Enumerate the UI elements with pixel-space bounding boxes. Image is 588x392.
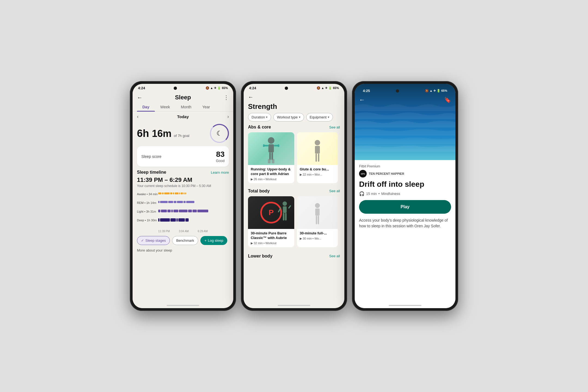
workout-card-3[interactable]: P — [248, 196, 294, 247]
awake-bar-area — [158, 192, 229, 196]
sleep-score-value: 83 Good — [216, 150, 225, 163]
camera-1 — [174, 87, 177, 90]
status-time-3: 4:25 — [363, 89, 370, 93]
sleep-score-number: 83 — [216, 150, 225, 159]
play-icon-4: ▶ — [300, 237, 302, 240]
card-4-duration: 30 min — [303, 237, 312, 240]
drift-meta-separator: • — [378, 192, 380, 196]
svg-rect-13 — [318, 154, 319, 162]
person-icon-1 — [260, 135, 282, 165]
prev-day-button[interactable]: ‹ — [137, 114, 139, 120]
total-body-section: Total body See all P — [244, 189, 344, 249]
sleep-minutes: 16m — [152, 128, 171, 139]
sleep-score-card: Sleep score 83 Good — [137, 146, 229, 167]
workout-type-filter[interactable]: Workout type ▾ — [273, 113, 304, 121]
strength-back-button[interactable]: ← — [248, 94, 253, 100]
sleep-timeline-chart: Awake • 34 min — [137, 191, 229, 229]
time-end: 6:29 AM — [198, 230, 208, 233]
equipment-filter[interactable]: Equipment ▾ — [306, 113, 333, 121]
svg-point-20 — [315, 203, 320, 208]
deep-row: Deep • 1h 30m — [137, 217, 229, 224]
tab-week[interactable]: Week — [155, 103, 176, 111]
workout-card-2[interactable]: Glute & core bu... ▶ 22 min • Wor... — [297, 132, 338, 183]
timeline-title: Sleep timeline — [137, 170, 166, 175]
sleep-stages-button[interactable]: ✓ Sleep stages — [137, 236, 170, 245]
person-icon-2 — [308, 138, 327, 165]
lower-body-title: Lower body — [248, 254, 272, 259]
equipment-label: Equipment — [310, 115, 327, 119]
tab-month[interactable]: Month — [175, 103, 197, 111]
status-bar-2: 4:24 🔕 ▲ ✈ 🔋 65% — [244, 84, 344, 91]
benchmark-label: Benchmark — [176, 238, 194, 243]
svg-rect-16 — [283, 213, 284, 220]
sleep-stages-label: Sleep stages — [145, 238, 166, 243]
strength-screen: 4:24 🔕 ▲ ✈ 🔋 65% ← Strength Duration ▾ W… — [244, 84, 344, 308]
workout-card-1[interactable]: Running: Upper-body & core part 8 with A… — [248, 132, 294, 183]
timeline-header: Sleep timeline Learn more — [137, 170, 229, 175]
total-body-header: Total body See all — [248, 189, 340, 194]
tab-day[interactable]: Day — [137, 103, 155, 111]
card-1-body: Running: Upper-body & core part 8 with A… — [248, 165, 294, 183]
card-2-type: Wor... — [314, 173, 322, 176]
sleep-time-range: 11:39 PM – 6:29 AM — [137, 176, 229, 183]
more-about-sleep[interactable]: More about your sleep — [137, 248, 229, 256]
card-2-image — [297, 132, 338, 165]
home-bar-3 — [389, 305, 421, 306]
sleep-duration: 6h 16m of 7h goal — [137, 128, 189, 139]
plus-icon: + — [204, 238, 207, 243]
awake-row: Awake • 34 min — [137, 191, 229, 198]
svg-rect-6 — [269, 152, 271, 160]
deep-label: Deep • 1h 30m — [137, 219, 158, 222]
card-2-body: Glute & core bu... ▶ 22 min • Wor... — [297, 165, 338, 179]
person-icon-4 — [309, 202, 326, 229]
card-2-meta: ▶ 22 min • Wor... — [300, 173, 335, 176]
tab-year[interactable]: Year — [197, 103, 215, 111]
benchmark-button[interactable]: Benchmark — [172, 236, 198, 245]
learn-more-button[interactable]: Learn more — [211, 170, 229, 174]
lower-body-section: Lower body See all — [244, 254, 344, 264]
workout-type-label: Workout type — [277, 115, 298, 119]
moon-circle: ☾ — [210, 124, 229, 143]
svg-rect-22 — [316, 216, 317, 224]
workout-card-4[interactable]: 30-minute full-... ▶ 30 min • Wo... — [297, 196, 338, 247]
time-start: 11:39 PM — [158, 230, 170, 233]
svg-rect-2 — [264, 145, 268, 146]
log-sleep-button[interactable]: + Log sleep — [200, 236, 227, 245]
sleep-more-button[interactable]: ⋮ — [223, 94, 229, 101]
abs-core-see-all[interactable]: See all — [329, 125, 340, 129]
sleep-schedule: Your current sleep schedule is 10:30 PM … — [137, 184, 229, 188]
rem-bar-area — [158, 201, 229, 205]
total-body-see-all[interactable]: See all — [329, 189, 340, 193]
card-1-title: Running: Upper-body & core part 8 with A… — [251, 167, 292, 176]
svg-rect-15 — [283, 206, 287, 213]
sleep-back-button[interactable]: ← — [137, 94, 142, 101]
status-icons-2: 🔕 ▲ ✈ 🔋 65% — [317, 86, 339, 90]
card-1-image — [248, 132, 294, 165]
svg-rect-23 — [318, 216, 319, 224]
card-3-meta: ▶ 32 min • Workout — [251, 241, 292, 245]
barre-logo-p: P — [269, 208, 274, 217]
drift-meta: 🎧 15 min • Mindfulness — [359, 191, 451, 196]
abs-core-title: Abs & core — [248, 125, 271, 130]
card-3-separator: • — [264, 241, 265, 245]
duration-filter[interactable]: Duration ▾ — [248, 113, 271, 121]
status-time-1: 4:24 — [138, 86, 145, 90]
time-mid: 3:04 AM — [179, 230, 189, 233]
svg-point-0 — [268, 137, 274, 144]
next-day-button[interactable]: › — [227, 114, 229, 120]
lower-body-see-all[interactable]: See all — [329, 254, 340, 258]
status-bar-1: 4:24 🔕 ▲ ✈ 🔋 65% — [133, 84, 233, 91]
status-icons-1: 🔕 ▲ ✈ 🔋 65% — [206, 86, 228, 90]
moon-icon: ☾ — [216, 130, 222, 137]
svg-rect-21 — [315, 209, 320, 216]
workout-type-chevron: ▾ — [299, 115, 301, 119]
card-2-title: Glute & core bu... — [300, 167, 335, 172]
svg-rect-7 — [271, 152, 273, 160]
card-4-title: 30-minute full-... — [300, 231, 335, 236]
drift-back-button[interactable]: ← — [359, 96, 365, 103]
play-button[interactable]: Play — [359, 200, 451, 214]
svg-line-19 — [289, 206, 290, 208]
sleep-tabs: Day Week Month Year — [133, 103, 233, 112]
bookmark-button[interactable]: 🔖 — [444, 97, 451, 103]
home-bar-1 — [167, 305, 199, 306]
